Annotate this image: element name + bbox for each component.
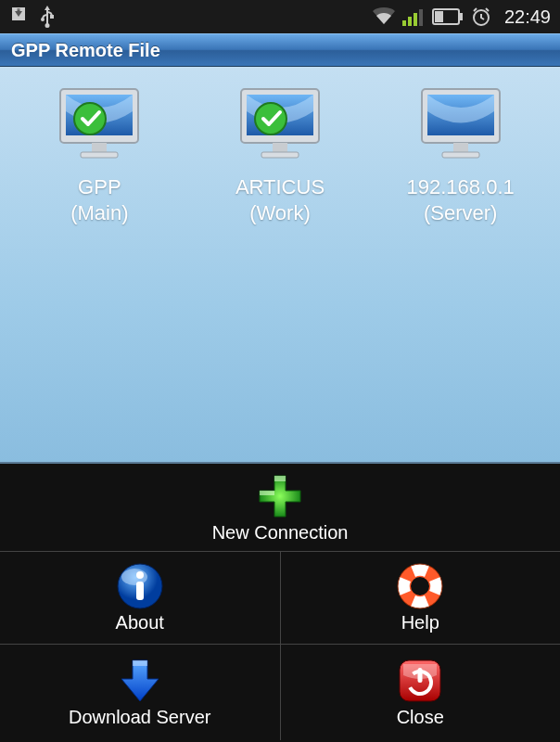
- monitor-icon: [416, 83, 505, 167]
- battery-icon: [432, 8, 464, 25]
- power-icon: [396, 657, 444, 705]
- help-button[interactable]: Help: [281, 552, 561, 644]
- svg-rect-18: [273, 143, 287, 152]
- status-bar: 22:49: [0, 0, 560, 33]
- connection-label: ARTICUS (Work): [235, 174, 325, 225]
- monitor-icon: [235, 83, 325, 167]
- menu-label: Help: [401, 612, 439, 633]
- svg-point-20: [255, 103, 286, 134]
- download-icon: [9, 6, 28, 27]
- connection-item[interactable]: ARTICUS (Work): [201, 83, 359, 225]
- menu-label: Download Server: [69, 707, 210, 728]
- svg-point-30: [411, 577, 429, 595]
- menu-label: New Connection: [212, 522, 349, 544]
- connection-item[interactable]: 192.168.0.1 (Server): [382, 83, 540, 225]
- svg-point-27: [136, 571, 144, 579]
- connections-grid: GPP (Main) ARTICUS (Work): [0, 67, 560, 464]
- svg-rect-13: [92, 143, 107, 152]
- svg-rect-3: [402, 20, 406, 26]
- download-arrow-icon: [116, 657, 164, 705]
- menu-label: About: [116, 612, 164, 633]
- svg-rect-14: [81, 152, 118, 158]
- svg-rect-9: [435, 11, 443, 22]
- app-title: GPP Remote File: [11, 40, 160, 61]
- menu-panel: New Connection About: [0, 464, 560, 742]
- about-button[interactable]: About: [0, 552, 281, 644]
- signal-icon: [402, 7, 425, 26]
- svg-point-15: [74, 103, 106, 134]
- new-connection-button[interactable]: New Connection: [0, 464, 560, 552]
- menu-label: Close: [397, 707, 444, 728]
- download-server-button[interactable]: Download Server: [0, 645, 281, 740]
- svg-rect-8: [459, 13, 463, 20]
- svg-rect-4: [408, 17, 412, 26]
- wifi-icon: [373, 7, 395, 26]
- monitor-icon: [55, 83, 144, 167]
- svg-point-26: [121, 569, 147, 585]
- alarm-icon: [471, 6, 491, 27]
- svg-rect-2: [50, 15, 54, 19]
- svg-rect-24: [442, 152, 479, 158]
- connection-label: GPP (Main): [70, 174, 128, 225]
- svg-rect-28: [136, 582, 144, 600]
- close-button[interactable]: Close: [281, 645, 561, 740]
- usb-icon: [39, 6, 56, 28]
- app-title-bar: GPP Remote File: [0, 33, 560, 67]
- info-icon: [116, 562, 164, 610]
- svg-rect-34: [418, 668, 423, 683]
- svg-rect-5: [414, 13, 417, 26]
- svg-point-1: [41, 18, 45, 21]
- svg-rect-6: [419, 9, 423, 26]
- svg-rect-19: [261, 152, 299, 158]
- svg-rect-23: [453, 143, 468, 152]
- connection-item[interactable]: GPP (Main): [20, 83, 178, 225]
- lifebuoy-icon: [396, 562, 444, 610]
- plus-icon: [256, 472, 304, 520]
- connection-label: 192.168.0.1 (Server): [407, 174, 515, 225]
- clock-text: 22:49: [504, 6, 551, 28]
